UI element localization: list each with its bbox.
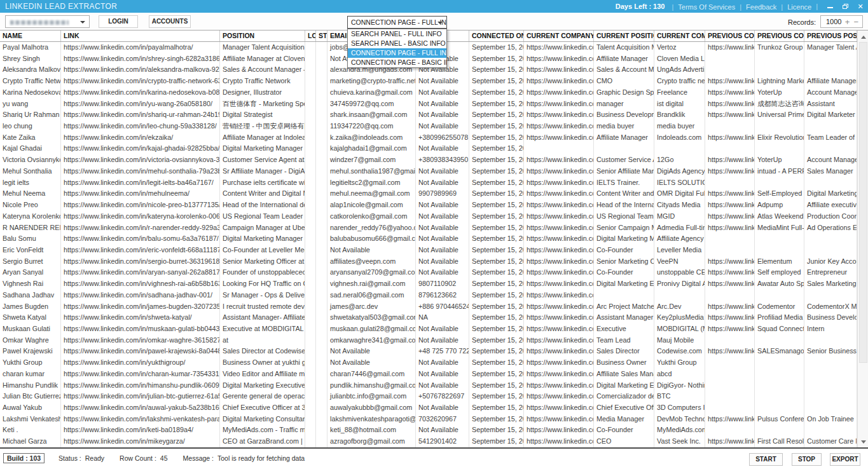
table-cell [804, 402, 857, 414]
table-row[interactable]: Mehul Sonthaliahttps://www.linkedin.com/… [0, 166, 857, 177]
table-row[interactable]: Michael Garzahttps://www.linkedin.com/in… [0, 436, 857, 447]
titlebar-link-licence[interactable]: Licence [787, 3, 811, 11]
titlebar-link-terms-of-services[interactable]: Terms Of Services [678, 3, 735, 11]
records-stepper[interactable]: 1000 + − [820, 15, 863, 28]
table-cell: September 15, 2019 [469, 166, 524, 177]
table-cell [804, 335, 857, 346]
table-row[interactable]: Pawel Krajewskihttps://www.linkedin.com/… [0, 346, 857, 357]
titlebar-link-feedback[interactable]: Feedback [746, 3, 776, 11]
table-cell: Kate Zaika [0, 132, 61, 144]
table-cell [705, 425, 755, 436]
dropdown-option[interactable]: CONNECTION PAGE - FULL INFO [348, 48, 446, 58]
dropdown-option[interactable]: SEARCH PANEL - BASIC INFO [348, 39, 446, 48]
table-row[interactable]: Victoria Ovsiannykovahttps://www.linkedi… [0, 154, 857, 166]
table-cell [316, 357, 327, 369]
scroll-down-button[interactable] [858, 437, 868, 447]
table-cell: CEO [594, 436, 654, 447]
table-cell: Mehul Sonthalia [0, 166, 61, 177]
table-row[interactable]: Keti .https://www.linkedin.com/in/keti-b… [0, 425, 857, 436]
table-cell: Not Available [327, 346, 416, 357]
column-header-link[interactable]: LINK [61, 31, 220, 41]
column-header-position[interactable]: POSITION [220, 31, 305, 41]
table-row[interactable]: Eric VonFeldthttps://www.linkedin.com/in… [0, 245, 857, 256]
table-row[interactable]: Sergio Burrethttps://www.linkedin.com/in… [0, 256, 857, 268]
column-header-location[interactable]: LOCATION [305, 31, 316, 41]
table-cell: Pawel Krajewski [0, 346, 61, 357]
table-cell [804, 121, 857, 132]
stop-button[interactable]: STOP [792, 453, 822, 466]
export-button[interactable]: EXPORT [830, 453, 860, 466]
table-cell [316, 42, 327, 53]
table-row[interactable]: Vighnesh Raihttps://www.linkedin.com/in/… [0, 278, 857, 290]
column-header-previous-company-id[interactable]: PREVIOUS COMPANY ID [705, 31, 755, 41]
table-cell [755, 402, 804, 414]
column-header-current-position[interactable]: CURRENT POSITION [594, 31, 654, 41]
table-row[interactable]: Yukthi Grouphttps://www.linkedin.com/in/… [0, 357, 857, 369]
table-row[interactable]: yu wanghttps://www.linkedin.com/in/yu-wa… [0, 99, 857, 110]
table-cell: Not Available [416, 323, 469, 335]
table-row[interactable]: legit ieltshttps://www.linkedin.com/in/l… [0, 177, 857, 189]
dropdown-option[interactable]: SEARCH PANEL - FULL INFO [348, 29, 446, 39]
table-cell: 成都简志达咨询公司 [755, 99, 804, 110]
table-row[interactable]: Omkar Waghrehttps://www.linkedin.com/in/… [0, 335, 857, 346]
table-cell [305, 312, 316, 323]
table-cell: Not Available [416, 267, 469, 278]
table-row[interactable]: Karina Nedosekovahttps://www.linkedin.co… [0, 87, 857, 99]
table-cell [305, 132, 316, 144]
account-select[interactable] [5, 15, 90, 28]
table-row[interactable]: Shweta Katyalhttps://www.linkedin.com/in… [0, 312, 857, 323]
table-row[interactable]: Nicole Preohttps://www.linkedin.com/in/n… [0, 200, 857, 211]
table-row[interactable]: James Bugdenhttps://www.linkedin.com/in/… [0, 301, 857, 313]
mode-select[interactable]: CONNECTION PAGE - FULL INFO [347, 16, 447, 29]
table-cell: https://www.linkedin.com/ [705, 256, 755, 268]
table-cell [804, 64, 857, 76]
dropdown-option[interactable]: CONNECTION PAGE - BASIC INFO [348, 58, 446, 67]
plus-icon[interactable]: + [845, 18, 850, 26]
table-cell [705, 290, 755, 301]
scroll-up-button[interactable] [858, 32, 868, 42]
table-row[interactable]: Shariq Ur Rahmanhttps://www.linkedin.com… [0, 109, 857, 121]
table-row[interactable]: Julian Btc Gutierrezhttps://www.linkedin… [0, 391, 857, 402]
table-cell: https://www.linkedin.com/ [705, 312, 755, 323]
table-row[interactable]: R NARENDER REDDYhttps://www.linkedin.com… [0, 222, 857, 234]
login-button[interactable]: LOGIN [99, 15, 138, 28]
column-header-connected-on[interactable]: CONNECTED ON [469, 31, 524, 41]
minus-icon[interactable]: − [853, 18, 858, 26]
table-cell: Assistant [804, 99, 857, 110]
table-cell: legit ielts [0, 177, 61, 189]
table-cell: September 15, 2019 [469, 222, 524, 234]
column-header-name[interactable]: NAME [0, 31, 61, 41]
column-header-previous-company[interactable]: PREVIOUS COMPANY [755, 31, 804, 41]
table-row[interactable]: Aryan Sanyalhttps://www.linkedin.com/in/… [0, 267, 857, 278]
table-cell: Elixir Revolution [755, 132, 804, 144]
table-row[interactable]: Auwal Yakubhttps://www.linkedin.com/in/a… [0, 402, 857, 414]
table-cell: Julian Btc Gutierrez [0, 391, 61, 402]
minimize-button[interactable] [822, 0, 837, 13]
column-header-previous-position[interactable]: PREVIOUS POSITION [804, 31, 857, 41]
table-row[interactable]: Lakshmi Venkatesh Paraghttps://www.linke… [0, 414, 857, 425]
table-row[interactable]: Balu Somuhttps://www.linkedin.com/in/bal… [0, 233, 857, 245]
table-row[interactable]: leo chunghttps://www.linkedin.com/in/leo… [0, 121, 857, 132]
vertical-scrollbar[interactable] [857, 31, 868, 448]
table-row[interactable]: Mehul Neemahttps://www.linkedin.com/in/m… [0, 188, 857, 200]
table-cell: https://www.linkedin.com/in/sadhana-jadh… [61, 290, 220, 301]
column-header-current-company-id[interactable]: CURRENT COMPANY ID [524, 31, 594, 41]
table-cell: https://www.linkedin.com/in/eric-vonfeld… [61, 245, 220, 256]
table-row[interactable]: Crypto Traffic Networkhttps://www.linked… [0, 76, 857, 87]
table-row[interactable]: Kajal Ghadaihttps://www.linkedin.com/in/… [0, 143, 857, 154]
table-cell: https://www.linkedin.com/ [524, 323, 594, 335]
scrollbar-thumb[interactable] [859, 42, 867, 363]
accounts-button[interactable]: ACCOUNTS [149, 15, 191, 28]
table-row[interactable]: charan kumarhttps://www.linkedin.com/in/… [0, 369, 857, 380]
column-header-current-company[interactable]: CURRENT COMPANY [654, 31, 705, 41]
table-row[interactable]: Himanshu Pundlikhttps://www.linkedin.com… [0, 380, 857, 391]
table-row[interactable]: Sadhana Jadhavhttps://www.linkedin.com/i… [0, 290, 857, 301]
restore-button[interactable] [837, 0, 853, 13]
column-header-state[interactable]: STATE [316, 31, 327, 41]
table-cell: https://www.linkedin.com/in/shrey-singh-… [61, 53, 220, 65]
table-row[interactable]: Kateryna Korolenkohttps://www.linkedin.c… [0, 211, 857, 222]
table-row[interactable]: Kate Zaikahttps://www.linkedin.com/in/ek… [0, 132, 857, 144]
start-button[interactable]: START [749, 453, 783, 466]
close-button[interactable]: ✕ [853, 0, 868, 13]
table-row[interactable]: Muskaan Gulatihttps://www.linkedin.com/i… [0, 323, 857, 335]
